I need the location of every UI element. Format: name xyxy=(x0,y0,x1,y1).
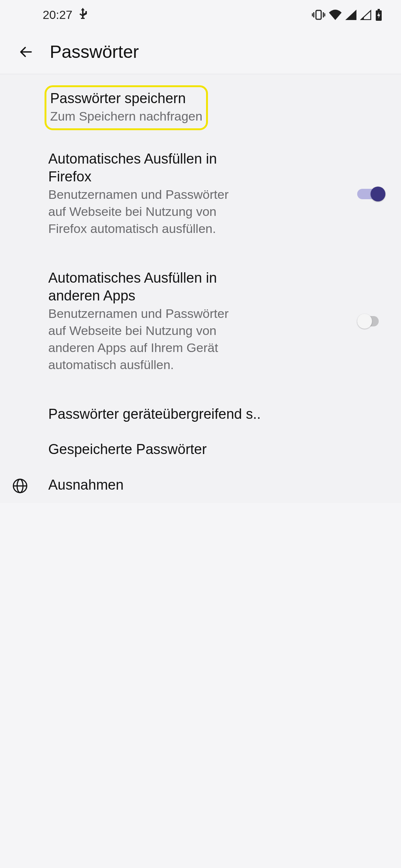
status-right xyxy=(312,9,382,21)
autofill-firefox-switch[interactable] xyxy=(357,186,386,202)
settings-list: Passwörter speichern Zum Speichern nachf… xyxy=(0,74,401,503)
svg-rect-6 xyxy=(378,9,380,10)
saved-passwords-row[interactable]: Gespeicherte Passwörter xyxy=(0,432,401,467)
usb-icon xyxy=(78,8,87,22)
saved-passwords-title: Gespeicherte Passwörter xyxy=(48,441,386,458)
autofill-firefox-title: Automatisches Ausfüllen in Firefox xyxy=(48,150,219,185)
vibrate-icon xyxy=(312,9,325,20)
exceptions-title: Ausnahmen xyxy=(48,476,386,494)
globe-icon xyxy=(12,476,48,494)
app-bar: Passwörter xyxy=(0,30,401,74)
status-bar: 20:27 xyxy=(0,0,401,30)
autofill-other-sub: Benutzernamen und Passwörter auf Webseit… xyxy=(48,305,249,374)
autofill-other-title: Automatisches Ausfüllen in anderen Apps xyxy=(48,269,219,305)
exceptions-row[interactable]: Ausnahmen xyxy=(0,467,401,503)
switch-thumb xyxy=(357,314,372,329)
save-passwords-title: Passwörter speichern xyxy=(50,90,202,107)
autofill-other-switch[interactable] xyxy=(357,313,386,329)
sync-passwords-row[interactable]: Passwörter geräteübergreifend s.. xyxy=(0,397,401,432)
sync-passwords-title: Passwörter geräteübergreifend s.. xyxy=(48,405,264,423)
battery-charging-icon xyxy=(375,9,382,21)
svg-rect-0 xyxy=(316,10,321,19)
cell-signal-full-icon xyxy=(345,10,356,20)
arrow-left-icon xyxy=(18,44,34,60)
save-passwords-sub: Zum Speichern nachfragen xyxy=(50,108,202,125)
status-time: 20:27 xyxy=(43,8,72,22)
autofill-firefox-row[interactable]: Automatisches Ausfüllen in Firefox Benut… xyxy=(0,141,401,246)
autofill-other-row[interactable]: Automatisches Ausfüllen in anderen Apps … xyxy=(0,260,401,382)
status-left: 20:27 xyxy=(43,8,87,22)
wifi-icon xyxy=(329,10,342,20)
page-title: Passwörter xyxy=(50,42,139,62)
save-passwords-row[interactable]: Passwörter speichern Zum Speichern nachf… xyxy=(45,85,208,130)
autofill-firefox-sub: Benutzernamen und Passwörter auf Webseit… xyxy=(48,186,249,237)
switch-thumb xyxy=(371,187,385,201)
back-button[interactable] xyxy=(11,37,41,67)
cell-signal-weak-icon xyxy=(360,10,371,20)
